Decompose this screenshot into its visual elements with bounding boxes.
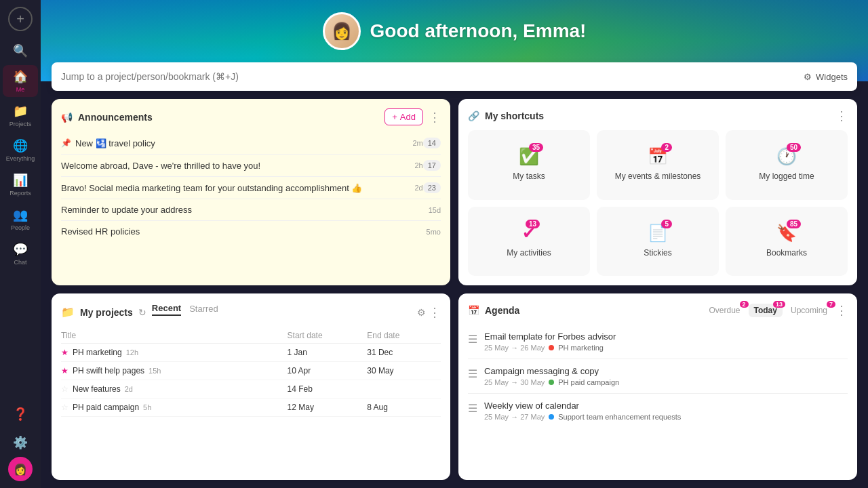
project-end: 31 Dec	[367, 344, 441, 362]
announcement-item[interactable]: Reminder to update your address 15d	[61, 199, 441, 221]
agenda-item[interactable]: ☰ Weekly view of calendar 25 May → 27 Ma…	[468, 394, 848, 428]
tab-starred[interactable]: Starred	[189, 304, 218, 315]
agenda-task-icon: ☰	[468, 333, 477, 346]
announcement-time: 2m	[412, 139, 422, 147]
agenda-item-content: Campaign messaging & copy 25 May → 30 Ma…	[484, 366, 848, 386]
agenda-task-icon: ☰	[468, 402, 477, 415]
announcement-time: 15d	[429, 206, 441, 214]
time-badge: 50	[787, 143, 801, 152]
announcement-time: 2d	[415, 184, 423, 192]
agenda-item-meta: 25 May → 27 May Support team enhancement…	[484, 413, 848, 421]
shortcut-my-tasks[interactable]: ✅ 35 My tasks	[468, 130, 590, 200]
announcements-add-button[interactable]: + Add	[384, 108, 423, 125]
tab-recent[interactable]: Recent	[152, 303, 181, 316]
agenda-date-range: 25 May → 30 May	[484, 378, 545, 386]
shortcut-my-activities[interactable]: ✔ 13 My activities	[468, 207, 590, 277]
sidebar-item-reports[interactable]: 📊 Reports	[3, 169, 38, 201]
tab-today[interactable]: Today 13	[749, 304, 783, 317]
agenda-more-button[interactable]: ⋮	[835, 303, 848, 318]
projects-refresh-button[interactable]: ↻	[138, 307, 146, 318]
project-time: 2d	[125, 385, 133, 393]
sidebar-item-chat[interactable]: 💬 Chat	[3, 238, 38, 270]
project-time: 15h	[149, 367, 161, 375]
sidebar-label-projects: Projects	[9, 121, 32, 127]
agenda-date-range: 25 May → 26 May	[484, 344, 545, 352]
agenda-item-content: Email template for Forbes advisor 25 May…	[484, 331, 848, 352]
agenda-title-text: Agenda	[485, 305, 519, 316]
sidebar-item-me[interactable]: 🏠 Me	[3, 65, 38, 97]
everything-icon: 🌐	[13, 138, 28, 153]
sidebar-label-people: People	[11, 224, 30, 231]
shortcut-bookmarks[interactable]: 🔖 85 Bookmarks	[726, 207, 848, 277]
stickies-badge: 5	[661, 220, 672, 228]
sidebar-item-settings[interactable]: ⚙️	[3, 431, 38, 454]
add-button[interactable]: +	[8, 7, 33, 31]
overdue-badge: 2	[740, 301, 749, 308]
projects-filter-button[interactable]: ⚙	[417, 307, 426, 318]
sidebar-item-projects[interactable]: 📁 Projects	[3, 100, 38, 131]
announcement-item[interactable]: Welcome abroad, Dave - we're thrilled to…	[61, 155, 441, 177]
tab-overdue[interactable]: Overdue 2	[703, 304, 745, 317]
announcements-more-button[interactable]: ⋮	[429, 110, 441, 125]
search-bar: ⚙ Widgets	[52, 62, 857, 91]
announcement-item[interactable]: Revised HR policies 5mo	[61, 221, 441, 242]
tasks-badge: 35	[529, 143, 543, 152]
announcements-title-text: Announcements	[78, 112, 153, 123]
agenda-list: ☰ Email template for Forbes advisor 25 M…	[468, 325, 848, 428]
shortcuts-widget: 🔗 My shortcuts ⋮ ✅ 35 My tasks 📅 2	[458, 99, 857, 285]
shortcuts-more-button[interactable]: ⋮	[835, 108, 848, 123]
star-icon: ★	[61, 348, 68, 357]
people-icon: 👥	[13, 207, 28, 222]
sidebar-item-people[interactable]: 👥 People	[3, 203, 38, 235]
project-row[interactable]: ★PH marketing12h 1 Jan 31 Dec	[61, 344, 441, 362]
agenda-item-meta: 25 May → 26 May PH marketing	[484, 344, 848, 352]
announcement-text: Revised HR policies	[61, 226, 418, 237]
home-icon: 🏠	[13, 69, 28, 84]
stickies-label: Stickies	[644, 248, 671, 259]
activities-badge: 13	[526, 220, 540, 228]
events-badge: 2	[661, 143, 672, 152]
sidebar-item-everything[interactable]: 🌐 Everything	[3, 134, 38, 166]
agenda-project: PH marketing	[558, 344, 604, 352]
project-name: PH marketing	[73, 348, 122, 357]
agenda-item[interactable]: ☰ Email template for Forbes advisor 25 M…	[468, 325, 848, 359]
projects-more-button[interactable]: ⋮	[429, 305, 441, 320]
col-start: Start date	[288, 328, 368, 344]
search-icon: 🔍	[13, 43, 28, 58]
sidebar-label-chat: Chat	[14, 259, 26, 266]
announcement-item[interactable]: 📌 New 🛂 travel policy 2m 14	[61, 132, 441, 155]
today-badge: 13	[773, 301, 785, 308]
project-end: 8 Aug	[367, 399, 441, 417]
sidebar-item-search[interactable]: 🔍	[3, 39, 38, 62]
announcement-item[interactable]: Bravo! Social media marketing team for y…	[61, 177, 441, 199]
project-dot	[549, 345, 554, 350]
project-dot	[549, 380, 554, 385]
shortcut-stickies[interactable]: 📄 5 Stickies	[597, 207, 719, 277]
project-row[interactable]: ☆PH paid campaign5h 12 May 8 Aug	[61, 399, 441, 417]
user-avatar[interactable]: 👩	[8, 457, 33, 481]
bookmarks-label: Bookmarks	[766, 248, 807, 259]
agenda-item[interactable]: ☰ Campaign messaging & copy 25 May → 30 …	[468, 359, 848, 394]
agenda-item-content: Weekly view of calendar 25 May → 27 May …	[484, 401, 848, 421]
sidebar-item-help[interactable]: ❓	[3, 403, 38, 426]
project-row[interactable]: ★PH swift help pages15h 10 Apr 30 May	[61, 362, 441, 380]
announcement-count: 17	[423, 160, 441, 171]
announcement-text: New 🛂 travel policy	[75, 138, 404, 148]
shortcuts-header: 🔗 My shortcuts ⋮	[468, 108, 848, 123]
agenda-date-range: 25 May → 27 May	[484, 413, 545, 421]
project-start: 10 Apr	[288, 362, 368, 380]
projects-icon: 📁	[13, 104, 28, 119]
sidebar-label-everything: Everything	[6, 155, 35, 162]
search-input[interactable]	[61, 71, 804, 82]
project-time: 12h	[126, 348, 138, 357]
agenda-header: 📅 Agenda Overdue 2 Today 13	[468, 303, 848, 318]
announcements-widget: 📢 Announcements + Add ⋮ 📌 New 🛂 travel p…	[52, 99, 450, 285]
shortcut-logged-time[interactable]: 🕐 50 My logged time	[726, 130, 848, 200]
project-start: 12 May	[288, 399, 368, 417]
help-icon: ❓	[13, 407, 28, 422]
announcement-count: 23	[423, 182, 441, 193]
tab-upcoming[interactable]: Upcoming 7	[785, 304, 833, 317]
shortcut-my-events[interactable]: 📅 2 My events & milestones	[597, 130, 719, 200]
widgets-button[interactable]: ⚙ Widgets	[804, 72, 848, 82]
project-row[interactable]: ☆New features2d 14 Feb	[61, 380, 441, 399]
